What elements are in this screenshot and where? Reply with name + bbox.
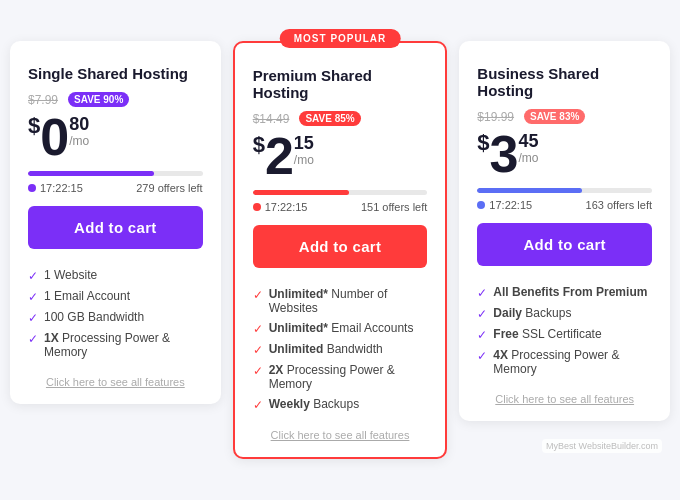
check-icon: ✓ bbox=[477, 328, 487, 342]
original-price-business: $19.99 bbox=[477, 110, 514, 124]
feature-item: ✓ 2X Processing Power & Memory bbox=[253, 360, 428, 394]
progress-bar-wrap-premium bbox=[253, 190, 428, 195]
see-features-business[interactable]: Click here to see all features bbox=[477, 393, 652, 405]
price-main-premium: 2 bbox=[265, 130, 294, 182]
progress-bar-premium bbox=[253, 190, 349, 195]
pricing-card-single: Single Shared Hosting $7.99 SAVE 90% $ 0… bbox=[10, 41, 221, 404]
check-icon: ✓ bbox=[28, 332, 38, 346]
timer-row-premium: 17:22:15 151 offers left bbox=[253, 201, 428, 213]
add-to-cart-btn-single[interactable]: Add to cart bbox=[28, 206, 203, 249]
add-to-cart-btn-business[interactable]: Add to cart bbox=[477, 223, 652, 266]
price-mo-single: /mo bbox=[69, 133, 89, 150]
check-icon: ✓ bbox=[253, 343, 263, 357]
save-badge-business: SAVE 83% bbox=[524, 109, 585, 124]
price-cents-premium: 15 bbox=[294, 134, 314, 152]
feature-item: ✓ Weekly Backups bbox=[253, 394, 428, 415]
dollar-sign-business: $ bbox=[477, 132, 489, 154]
price-display-single: $ 0 80 /mo bbox=[28, 111, 203, 163]
feature-text: Free SSL Certificate bbox=[493, 327, 601, 341]
progress-bar-wrap-single bbox=[28, 171, 203, 176]
feature-text: 1 Email Account bbox=[44, 289, 130, 303]
check-icon: ✓ bbox=[477, 307, 487, 321]
feature-item: ✓ 4X Processing Power & Memory bbox=[477, 345, 652, 379]
timer-dot-business bbox=[477, 201, 485, 209]
price-display-business: $ 3 45 /mo bbox=[477, 128, 652, 180]
pricing-card-business: Business Shared Hosting $19.99 SAVE 83% … bbox=[459, 41, 670, 421]
timer-value-premium: 17:22:15 bbox=[265, 201, 308, 213]
dollar-sign-single: $ bbox=[28, 115, 40, 137]
check-icon: ✓ bbox=[28, 290, 38, 304]
price-main-single: 0 bbox=[40, 111, 69, 163]
feature-item: ✓ 100 GB Bandwidth bbox=[28, 307, 203, 328]
save-badge-single: SAVE 90% bbox=[68, 92, 129, 107]
feature-item: ✓ Unlimited* Email Accounts bbox=[253, 318, 428, 339]
offers-left-single: 279 offers left bbox=[136, 182, 202, 194]
timer-dot-premium bbox=[253, 203, 261, 211]
features-list-premium: ✓ Unlimited* Number of Websites ✓ Unlimi… bbox=[253, 284, 428, 415]
feature-text: Daily Backups bbox=[493, 306, 571, 320]
most-popular-badge: MOST POPULAR bbox=[280, 29, 401, 48]
feature-item: ✓ Free SSL Certificate bbox=[477, 324, 652, 345]
feature-text: Weekly Backups bbox=[269, 397, 360, 411]
timer-row-business: 17:22:15 163 offers left bbox=[477, 199, 652, 211]
feature-text: All Benefits From Premium bbox=[493, 285, 647, 299]
price-display-premium: $ 2 15 /mo bbox=[253, 130, 428, 182]
feature-text: Unlimited* Number of Websites bbox=[269, 287, 428, 315]
original-save-row-premium: $14.49 SAVE 85% bbox=[253, 111, 428, 126]
see-features-single[interactable]: Click here to see all features bbox=[28, 376, 203, 388]
timer-label-single: 17:22:15 bbox=[28, 182, 83, 194]
feature-text: 1X Processing Power & Memory bbox=[44, 331, 203, 359]
price-cents-single: 80 bbox=[69, 115, 89, 133]
save-badge-premium: SAVE 85% bbox=[299, 111, 360, 126]
check-icon: ✓ bbox=[253, 398, 263, 412]
check-icon: ✓ bbox=[477, 286, 487, 300]
original-save-row-business: $19.99 SAVE 83% bbox=[477, 109, 652, 124]
price-cents-mo-premium: 15 /mo bbox=[294, 134, 314, 169]
feature-item: ✓ All Benefits From Premium bbox=[477, 282, 652, 303]
feature-text: 100 GB Bandwidth bbox=[44, 310, 144, 324]
check-icon: ✓ bbox=[253, 364, 263, 378]
feature-item: ✓ Daily Backups bbox=[477, 303, 652, 324]
price-cents-business: 45 bbox=[519, 132, 539, 150]
offers-left-premium: 151 offers left bbox=[361, 201, 427, 213]
original-price-premium: $14.49 bbox=[253, 112, 290, 126]
timer-value-business: 17:22:15 bbox=[489, 199, 532, 211]
card-title-single: Single Shared Hosting bbox=[28, 65, 203, 82]
pricing-container: Single Shared Hosting $7.99 SAVE 90% $ 0… bbox=[10, 41, 670, 459]
add-to-cart-btn-premium[interactable]: Add to cart bbox=[253, 225, 428, 268]
timer-dot-single bbox=[28, 184, 36, 192]
check-icon: ✓ bbox=[28, 269, 38, 283]
feature-text: 1 Website bbox=[44, 268, 97, 282]
timer-label-premium: 17:22:15 bbox=[253, 201, 308, 213]
price-mo-business: /mo bbox=[519, 150, 539, 167]
feature-item: ✓ Unlimited Bandwidth bbox=[253, 339, 428, 360]
price-mo-premium: /mo bbox=[294, 152, 314, 169]
timer-row-single: 17:22:15 279 offers left bbox=[28, 182, 203, 194]
progress-bar-wrap-business bbox=[477, 188, 652, 193]
price-cents-mo-business: 45 /mo bbox=[519, 132, 539, 167]
feature-text: Unlimited Bandwidth bbox=[269, 342, 383, 356]
feature-item: ✓ Unlimited* Number of Websites bbox=[253, 284, 428, 318]
price-cents-mo-single: 80 /mo bbox=[69, 115, 89, 150]
check-icon: ✓ bbox=[477, 349, 487, 363]
card-title-business: Business Shared Hosting bbox=[477, 65, 652, 99]
see-features-premium[interactable]: Click here to see all features bbox=[253, 429, 428, 441]
original-price-single: $7.99 bbox=[28, 93, 58, 107]
offers-left-business: 163 offers left bbox=[586, 199, 652, 211]
feature-text: 4X Processing Power & Memory bbox=[493, 348, 652, 376]
feature-item: ✓ 1 Email Account bbox=[28, 286, 203, 307]
check-icon: ✓ bbox=[28, 311, 38, 325]
check-icon: ✓ bbox=[253, 322, 263, 336]
original-save-row-single: $7.99 SAVE 90% bbox=[28, 92, 203, 107]
watermark: MyBest WebsiteBuilder.com bbox=[542, 439, 662, 453]
timer-value-single: 17:22:15 bbox=[40, 182, 83, 194]
card-title-premium: Premium Shared Hosting bbox=[253, 67, 428, 101]
dollar-sign-premium: $ bbox=[253, 134, 265, 156]
pricing-card-premium: MOST POPULARPremium Shared Hosting $14.4… bbox=[233, 41, 448, 459]
price-main-business: 3 bbox=[490, 128, 519, 180]
features-list-single: ✓ 1 Website ✓ 1 Email Account ✓ 100 GB B… bbox=[28, 265, 203, 362]
timer-label-business: 17:22:15 bbox=[477, 199, 532, 211]
features-list-business: ✓ All Benefits From Premium ✓ Daily Back… bbox=[477, 282, 652, 379]
progress-bar-single bbox=[28, 171, 154, 176]
feature-text: 2X Processing Power & Memory bbox=[269, 363, 428, 391]
